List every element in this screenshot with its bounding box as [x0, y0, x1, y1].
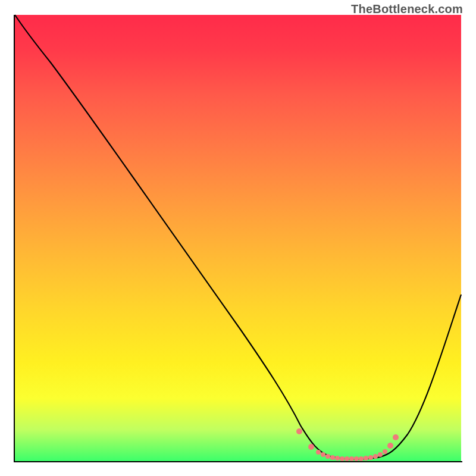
bottleneck-curve-line: [15, 15, 461, 459]
svg-point-2: [316, 450, 321, 455]
chart-container: TheBottleneck.com: [0, 0, 476, 476]
svg-point-10: [354, 456, 359, 461]
svg-point-8: [345, 456, 349, 461]
svg-point-3: [321, 452, 325, 457]
svg-point-15: [378, 452, 383, 457]
svg-point-5: [330, 455, 335, 460]
svg-point-18: [393, 434, 399, 440]
svg-point-11: [359, 456, 364, 461]
svg-point-4: [325, 454, 330, 459]
svg-point-16: [383, 449, 387, 454]
svg-point-14: [373, 454, 378, 459]
svg-point-7: [340, 456, 345, 461]
chart-svg: [15, 15, 461, 461]
svg-point-17: [387, 443, 393, 449]
svg-point-1: [308, 444, 314, 450]
watermark-text: TheBottleneck.com: [351, 2, 463, 16]
x-axis: [14, 461, 462, 462]
svg-point-9: [349, 456, 354, 461]
svg-point-6: [335, 456, 340, 461]
svg-point-0: [296, 428, 302, 434]
svg-point-13: [368, 455, 373, 460]
svg-point-12: [364, 456, 368, 461]
